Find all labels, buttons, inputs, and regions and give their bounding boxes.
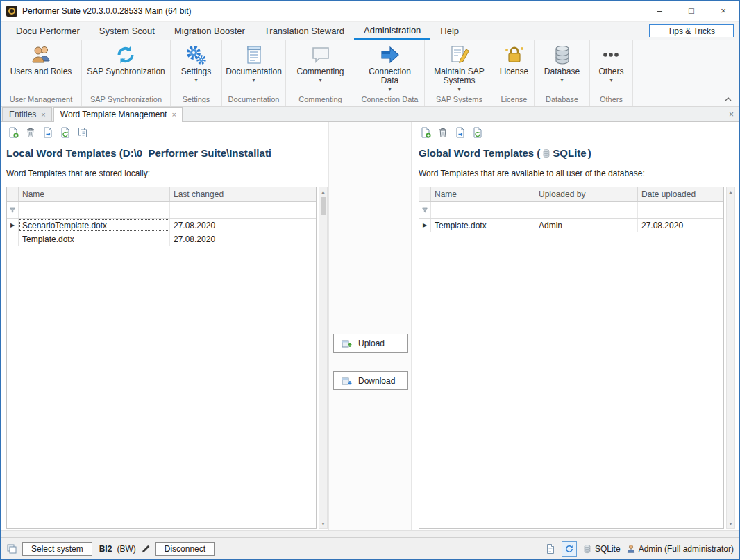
filter-cell-name[interactable]	[19, 202, 170, 218]
scroll-down-icon[interactable]: ▼	[727, 519, 734, 528]
ribbon-group-caption: Database	[535, 94, 589, 106]
database-status: SQLite	[582, 544, 621, 554]
vertical-scrollbar[interactable]: ▲ ▼	[319, 187, 328, 529]
column-header-name[interactable]: Name	[19, 187, 170, 201]
filter-cell-date-uploaded[interactable]	[638, 202, 723, 218]
select-system-button[interactable]: Select system	[22, 542, 92, 556]
tab-translation-steward[interactable]: Translation Steward	[255, 22, 354, 40]
delete-template-button[interactable]	[436, 126, 450, 139]
cell-last-changed[interactable]: 27.08.2020	[170, 232, 316, 246]
tab-administration[interactable]: Administration	[354, 22, 430, 40]
chevron-down-icon: ▾	[388, 87, 391, 92]
commenting-button[interactable]: Commenting ▾	[294, 42, 346, 94]
add-template-button[interactable]	[419, 126, 432, 139]
cell-name[interactable]: Template.dotx	[19, 232, 170, 246]
refresh-template-button[interactable]	[471, 126, 485, 139]
tab-word-template-management[interactable]: Word Template Management ×	[53, 107, 183, 122]
tab-system-scout[interactable]: System Scout	[90, 22, 165, 40]
cell-uploaded-by[interactable]: Admin	[535, 219, 638, 232]
local-templates-heading: Local Word Templates (D:\0_Performer Sui…	[6, 147, 324, 159]
filter-cell-uploaded-by[interactable]	[535, 202, 638, 218]
export-template-button[interactable]	[41, 126, 55, 139]
table-row[interactable]: ▶ Template.dotx Admin 27.08.2020	[419, 219, 723, 232]
filter-cell-last-changed[interactable]	[170, 202, 316, 218]
maintain-sap-systems-button[interactable]: Maintain SAP Systems ▾	[426, 42, 493, 94]
document-icon[interactable]	[545, 543, 556, 554]
ribbon: Users and Roles User Management SAP Sync…	[1, 40, 739, 107]
ribbon-button-label: Settings	[181, 67, 211, 76]
minimize-button[interactable]: –	[644, 1, 675, 21]
tab-entities[interactable]: Entities ×	[2, 107, 52, 121]
global-templates-panel: Global Word Templates ( SQLite ) Word Te…	[412, 122, 738, 530]
column-header-uploaded-by[interactable]: Uploaded by	[535, 187, 638, 201]
add-template-button[interactable]	[6, 126, 20, 139]
database-button[interactable]: Database ▾	[541, 42, 582, 94]
column-header-name[interactable]: Name	[431, 187, 535, 201]
delete-template-button[interactable]	[24, 126, 37, 139]
ribbon-group-commenting: Commenting ▾ Commenting	[286, 40, 355, 106]
cell-date-uploaded[interactable]: 27.08.2020	[638, 219, 723, 232]
others-button[interactable]: Others ▾	[596, 42, 626, 94]
tab-docu-performer[interactable]: Docu Performer	[6, 22, 90, 40]
export-template-button[interactable]	[453, 126, 467, 139]
close-button[interactable]: ×	[707, 1, 739, 21]
settings-button[interactable]: Settings ▾	[178, 42, 214, 94]
cell-name[interactable]: ScenarioTemplate.dotx	[19, 219, 170, 232]
sap-synchronization-button[interactable]: SAP Synchronization	[84, 42, 168, 94]
ribbon-collapse-button[interactable]	[724, 96, 732, 103]
documentation-button[interactable]: Documentation ▾	[223, 42, 285, 94]
pen-icon[interactable]	[141, 544, 151, 554]
ribbon-group-caption: SAP Systems	[425, 94, 494, 106]
vertical-scrollbar[interactable]: ▲ ▼	[726, 187, 735, 529]
sync-button[interactable]	[562, 541, 577, 557]
scroll-up-icon[interactable]: ▲	[727, 187, 734, 196]
filter-row[interactable]	[7, 202, 316, 219]
column-header-last-changed[interactable]: Last changed	[170, 187, 316, 201]
disconnect-button[interactable]: Disconnect	[155, 542, 215, 556]
heading-database-name: SQLite	[553, 147, 586, 159]
download-button[interactable]: Download	[333, 371, 408, 390]
ribbon-group-settings: Settings ▾ Settings	[171, 40, 222, 106]
maximize-button[interactable]: □	[675, 1, 707, 21]
sap-sync-icon	[115, 44, 137, 66]
scrollbar-thumb[interactable]	[321, 197, 326, 215]
column-header-date-uploaded[interactable]: Date uploaded	[638, 187, 723, 201]
chevron-down-icon: ▾	[194, 78, 197, 83]
close-icon[interactable]: ×	[171, 111, 176, 118]
cell-name[interactable]: Template.dotx	[431, 219, 535, 232]
tab-help[interactable]: Help	[430, 22, 469, 40]
others-icon	[600, 44, 622, 66]
close-document-button[interactable]: ×	[729, 110, 734, 119]
local-templates-grid: Name Last changed ▶ ScenarioTemplate.dot…	[6, 187, 317, 529]
grid-header-row: Name Last changed	[7, 187, 316, 202]
table-row[interactable]: ▶ ScenarioTemplate.dotx 27.08.2020	[7, 219, 316, 232]
download-icon	[341, 375, 352, 387]
chevron-down-icon: ▾	[252, 78, 255, 83]
filter-icon	[8, 206, 17, 214]
license-button[interactable]: License	[497, 42, 531, 94]
page-export-icon	[42, 127, 53, 138]
filter-cell-name[interactable]	[431, 202, 535, 218]
scroll-up-icon[interactable]: ▲	[319, 187, 327, 196]
tab-migration-booster[interactable]: Migration Booster	[165, 22, 255, 40]
ribbon-group-documentation: Documentation ▾ Documentation	[222, 40, 286, 106]
heading-text: )	[588, 147, 591, 159]
refresh-template-button[interactable]	[58, 126, 72, 139]
users-and-roles-button[interactable]: Users and Roles	[8, 42, 75, 94]
connection-data-button[interactable]: Connection Data ▾	[356, 42, 423, 94]
local-templates-description: Word Templates that are stored locally:	[6, 169, 150, 178]
close-icon[interactable]: ×	[41, 111, 45, 118]
cell-last-changed[interactable]: 27.08.2020	[170, 219, 316, 232]
heading-text: Global Word Templates (	[419, 147, 540, 159]
tab-label: Word Template Management	[60, 110, 167, 119]
title-bar: Performer Suite v20.3.0.0.28533 Main (64…	[1, 1, 739, 22]
filter-row[interactable]	[419, 202, 723, 219]
ribbon-button-label: Maintain SAP Systems	[428, 67, 490, 85]
database-icon	[551, 44, 573, 66]
scroll-down-icon[interactable]: ▼	[319, 519, 327, 528]
table-row[interactable]: Template.dotx 27.08.2020	[7, 232, 316, 246]
copy-template-button[interactable]	[76, 126, 90, 139]
local-templates-panel: Local Word Templates (D:\0_Performer Sui…	[1, 122, 328, 530]
upload-button[interactable]: Upload	[333, 334, 408, 353]
tips-tricks-button[interactable]: Tips & Tricks	[649, 24, 734, 37]
